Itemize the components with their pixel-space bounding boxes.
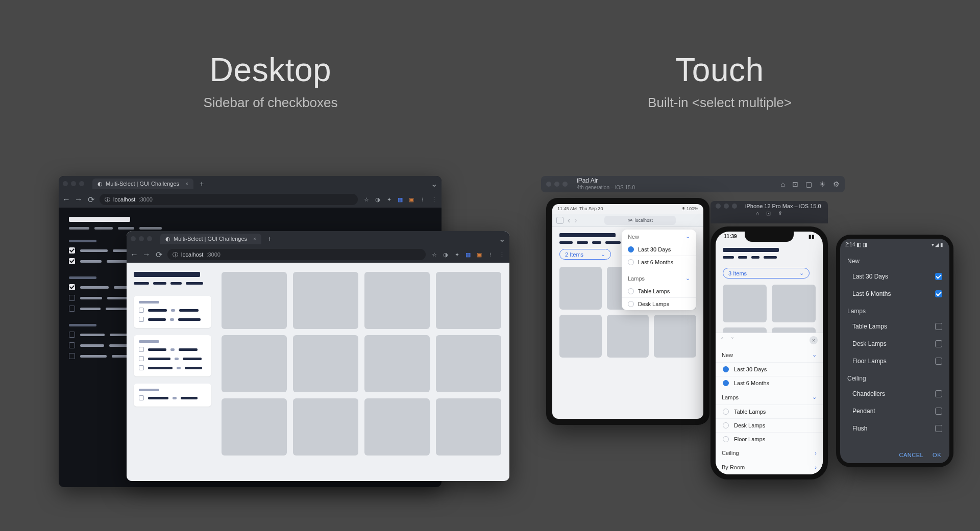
checkbox[interactable] <box>139 308 144 313</box>
address-bar[interactable]: ⓘ localhost:3000 <box>100 194 358 205</box>
forward-icon[interactable]: › <box>574 216 577 225</box>
text-size-icon[interactable]: aA <box>628 218 633 222</box>
new-tab-button[interactable]: + <box>200 180 204 188</box>
checkbox[interactable] <box>139 395 144 400</box>
select-option[interactable]: Table Lamps <box>716 404 823 418</box>
select-option[interactable]: Floor Lamps <box>716 432 823 446</box>
optgroup-header[interactable]: New⌄ <box>716 347 823 362</box>
select-option[interactable]: Pendant <box>840 402 949 420</box>
result-card[interactable] <box>222 272 287 329</box>
filter-option[interactable] <box>139 347 206 352</box>
close-tab-icon[interactable]: × <box>185 181 188 187</box>
result-card[interactable] <box>364 272 430 329</box>
address-bar[interactable]: ⓘ localhost:3000 <box>167 249 426 260</box>
result-card[interactable] <box>222 335 287 392</box>
extension-icon[interactable]: ◑ <box>374 196 381 203</box>
checkbox[interactable] <box>935 273 942 280</box>
appearance-icon[interactable]: ☀ <box>819 180 826 188</box>
checkbox[interactable] <box>935 290 942 297</box>
checkbox[interactable] <box>935 358 942 365</box>
safari-address-bar[interactable]: aA localhost <box>604 216 676 225</box>
radio[interactable] <box>723 436 729 442</box>
checkbox[interactable] <box>69 258 75 264</box>
close-icon[interactable]: × <box>810 336 818 344</box>
checkbox[interactable] <box>69 284 75 290</box>
chevron-down-icon[interactable]: ⌄ <box>431 179 437 189</box>
browser-tab[interactable]: ◐ Multi-Select | GUI Challenges × <box>160 234 261 244</box>
back-icon[interactable]: ‹ <box>568 216 570 225</box>
select-popover[interactable]: New⌄Last 30 DaysLast 6 MonthsLamps⌄Table… <box>622 230 696 310</box>
select-option[interactable]: Floor Lamps <box>840 352 949 370</box>
select-option[interactable]: Chandeliers <box>840 385 949 402</box>
checkbox[interactable] <box>69 295 75 301</box>
result-card[interactable] <box>293 335 358 392</box>
window-traffic-lights[interactable] <box>546 182 568 187</box>
mic-icon[interactable]: ⁝ <box>487 251 494 258</box>
select-option[interactable]: Flush <box>840 420 949 437</box>
radio[interactable] <box>723 422 729 428</box>
menu-icon[interactable]: ⋮ <box>498 251 505 258</box>
chevron-down-icon[interactable]: ⌄ <box>499 234 505 244</box>
select-option[interactable]: Table Lamps <box>622 285 696 297</box>
share-icon[interactable]: ⇪ <box>778 210 782 217</box>
select-sheet[interactable]: ˄ ˅ × New⌄Last 30 DaysLast 6 MonthsLamps… <box>716 333 823 474</box>
radio[interactable] <box>723 380 729 386</box>
optgroup-header[interactable]: New⌄ <box>622 230 696 243</box>
browser-tab[interactable]: ◐ Multi-Select | GUI Challenges × <box>92 179 193 189</box>
result-card[interactable] <box>364 398 430 456</box>
back-icon[interactable]: ← <box>63 196 70 203</box>
select-option[interactable]: Last 6 Months <box>840 285 949 302</box>
home-icon[interactable]: ⌂ <box>781 180 785 188</box>
checkbox[interactable] <box>139 356 144 361</box>
checkbox[interactable] <box>69 353 75 359</box>
radio[interactable] <box>723 409 729 415</box>
reload-icon[interactable]: ⟳ <box>87 196 94 203</box>
select-option[interactable]: Desk Lamps <box>840 335 949 352</box>
select-option[interactable]: Last 6 Months <box>716 376 823 390</box>
extension-icon[interactable]: ▦ <box>464 251 472 258</box>
window-traffic-lights[interactable] <box>716 204 737 209</box>
checkbox[interactable] <box>69 247 75 254</box>
filter-option[interactable] <box>139 365 206 370</box>
checkbox[interactable] <box>935 425 942 432</box>
cancel-button[interactable]: CANCEL <box>899 452 923 458</box>
checkbox[interactable] <box>935 408 942 415</box>
window-traffic-lights[interactable] <box>63 181 84 186</box>
select-option[interactable]: Last 30 Days <box>716 362 823 376</box>
radio[interactable] <box>628 259 634 265</box>
optgroup-header[interactable]: By Room› <box>716 460 823 474</box>
select-option[interactable]: Desk Lamps <box>716 418 823 432</box>
optgroup-header[interactable]: Lamps⌄ <box>716 390 823 404</box>
result-card[interactable] <box>436 335 501 392</box>
result-card[interactable] <box>364 335 430 392</box>
prev-icon[interactable]: ˄ <box>721 337 724 344</box>
new-tab-button[interactable]: + <box>267 235 272 243</box>
select-option[interactable]: Last 6 Months <box>622 256 696 268</box>
sidebar-toggle-icon[interactable] <box>556 217 564 224</box>
optgroup-header[interactable]: Ceiling› <box>716 446 823 460</box>
settings-icon[interactable]: ⚙ <box>833 180 840 188</box>
radio[interactable] <box>628 301 634 307</box>
close-tab-icon[interactable]: × <box>253 236 256 242</box>
multiselect-summary[interactable]: 3 Items ⌄ <box>723 268 810 279</box>
radio[interactable] <box>628 246 634 252</box>
reload-icon[interactable]: ⟳ <box>155 251 162 258</box>
star-icon[interactable]: ☆ <box>431 251 438 258</box>
result-card[interactable] <box>222 398 287 456</box>
result-card[interactable] <box>293 398 358 456</box>
checkbox[interactable] <box>69 306 75 312</box>
forward-icon[interactable]: → <box>143 251 150 258</box>
select-option[interactable]: Last 30 Days <box>840 268 949 285</box>
result-card[interactable] <box>436 272 501 329</box>
filter-option[interactable] <box>139 317 206 322</box>
forward-icon[interactable]: → <box>75 196 82 203</box>
checkbox[interactable] <box>935 323 942 330</box>
select-option[interactable]: Last 30 Days <box>622 243 696 256</box>
puzzle-icon[interactable]: ✦ <box>453 251 460 258</box>
select-option[interactable]: Desk Lamps <box>622 297 696 310</box>
menu-icon[interactable]: ⋮ <box>430 196 437 203</box>
screenshot-icon[interactable]: ⊡ <box>792 180 798 188</box>
extension-icon[interactable]: ▦ <box>397 196 404 203</box>
multiselect-summary[interactable]: 2 Items ⌄ <box>559 249 611 260</box>
radio[interactable] <box>628 288 634 294</box>
